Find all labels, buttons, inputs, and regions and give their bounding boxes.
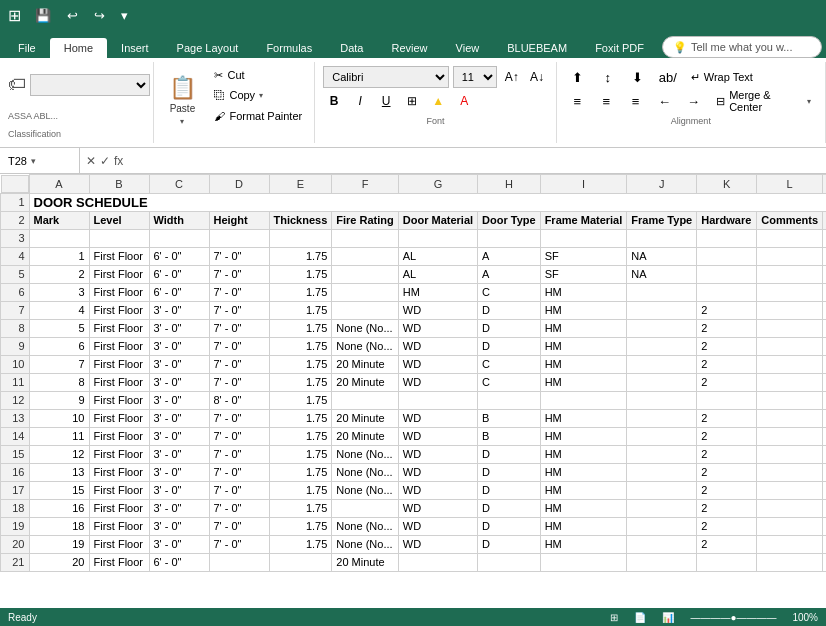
table-cell[interactable] [757,535,823,553]
table-cell[interactable]: C [478,373,541,391]
table-cell[interactable]: WD [398,427,477,445]
table-cell[interactable]: HM [540,355,627,373]
table-cell[interactable]: WD [398,409,477,427]
tab-formulas[interactable]: Formulas [252,38,326,58]
table-cell[interactable]: 3' - 0" [149,517,209,535]
table-cell[interactable]: 7' - 0" [209,481,269,499]
table-cell[interactable]: 20 Minute [332,355,398,373]
table-cell[interactable] [697,391,757,409]
col-header-c[interactable]: C [149,175,209,194]
cell-ref-dropdown-icon[interactable]: ▾ [31,156,36,166]
row-header[interactable]: 15 [1,445,30,463]
table-cell[interactable] [757,427,823,445]
table-cell[interactable] [757,229,823,247]
table-cell[interactable] [823,283,826,301]
row-header[interactable]: 12 [1,391,30,409]
table-cell[interactable]: WD [398,517,477,535]
table-cell[interactable] [757,265,823,283]
table-cell[interactable]: SF [540,265,627,283]
table-cell[interactable] [627,229,697,247]
table-cell[interactable] [627,463,697,481]
table-cell[interactable]: First Floor [89,553,149,571]
format-painter-button[interactable]: 🖌 Format Painter [208,107,308,125]
table-cell[interactable]: 1.75 [269,355,332,373]
table-cell[interactable]: 1.75 [269,373,332,391]
table-cell[interactable]: HM [540,445,627,463]
table-cell[interactable] [627,535,697,553]
table-cell[interactable]: First Floor [89,247,149,265]
col-header-d[interactable]: D [209,175,269,194]
table-cell[interactable]: 3 [29,283,89,301]
table-cell[interactable]: 16 [29,499,89,517]
table-cell[interactable]: 1.75 [269,265,332,283]
table-cell[interactable]: 6 [29,337,89,355]
table-cell[interactable] [697,265,757,283]
table-cell[interactable]: 3' - 0" [149,463,209,481]
table-cell[interactable] [627,373,697,391]
table-cell[interactable]: 7' - 0" [209,463,269,481]
table-cell[interactable]: NA [627,265,697,283]
table-cell[interactable]: First Floor [89,481,149,499]
table-cell[interactable]: WD [398,319,477,337]
table-cell[interactable] [823,427,826,445]
table-cell[interactable]: None (No... [332,445,398,463]
row-header[interactable]: 21 [1,553,30,571]
table-cell[interactable] [757,409,823,427]
table-cell[interactable]: 7' - 0" [209,427,269,445]
table-cell[interactable]: AL [398,265,477,283]
table-cell[interactable] [332,499,398,517]
table-cell[interactable] [823,301,826,319]
table-cell[interactable] [823,247,826,265]
table-cell[interactable]: 3' - 0" [149,427,209,445]
table-cell[interactable]: Height [209,211,269,229]
row-header[interactable]: 6 [1,283,30,301]
table-cell[interactable]: 18 [29,517,89,535]
table-cell[interactable] [540,391,627,409]
view-normal-icon[interactable]: ⊞ [610,612,618,623]
table-cell[interactable]: HM [540,427,627,445]
table-cell[interactable]: 2 [697,517,757,535]
table-cell[interactable]: 2 [697,535,757,553]
table-cell[interactable] [627,481,697,499]
row-header[interactable]: 11 [1,373,30,391]
table-cell[interactable] [757,319,823,337]
table-cell[interactable] [627,337,697,355]
table-cell[interactable]: D [478,499,541,517]
table-cell[interactable] [627,517,697,535]
table-cell[interactable]: 1.75 [269,301,332,319]
table-cell[interactable]: AL [398,247,477,265]
table-cell[interactable]: Frame Material [540,211,627,229]
col-header-a[interactable]: A [29,175,89,194]
table-cell[interactable] [332,391,398,409]
table-cell[interactable]: 20 Minute [332,373,398,391]
merge-center-button[interactable]: ⊟ Merge & Center ▾ [710,90,817,112]
table-cell[interactable]: A [478,247,541,265]
table-cell[interactable] [823,463,826,481]
table-cell[interactable] [757,517,823,535]
table-cell[interactable]: HM [540,319,627,337]
table-cell[interactable]: Frame Type [627,211,697,229]
formula-input[interactable] [129,155,826,167]
row-header[interactable]: 17 [1,481,30,499]
table-cell[interactable]: WD [398,301,477,319]
table-cell[interactable]: 9 [29,391,89,409]
table-cell[interactable]: HM [540,535,627,553]
table-cell[interactable]: 7' - 0" [209,517,269,535]
table-cell[interactable]: D [478,481,541,499]
orientation-button[interactable]: ab/ [655,66,681,88]
table-cell[interactable] [540,229,627,247]
table-cell[interactable] [627,499,697,517]
table-cell[interactable]: 1.75 [269,481,332,499]
table-cell[interactable]: 20 Minute [332,427,398,445]
tab-insert[interactable]: Insert [107,38,163,58]
font-size-select[interactable]: 11 [453,66,498,88]
table-cell[interactable]: 7' - 0" [209,337,269,355]
table-cell[interactable]: First Floor [89,301,149,319]
table-cell[interactable]: 2 [697,373,757,391]
table-cell[interactable]: Thickness [269,211,332,229]
table-cell[interactable] [757,463,823,481]
table-cell[interactable]: 6' - 0" [149,265,209,283]
row-header[interactable]: 20 [1,535,30,553]
table-cell[interactable]: First Floor [89,445,149,463]
table-cell[interactable]: Level [89,211,149,229]
